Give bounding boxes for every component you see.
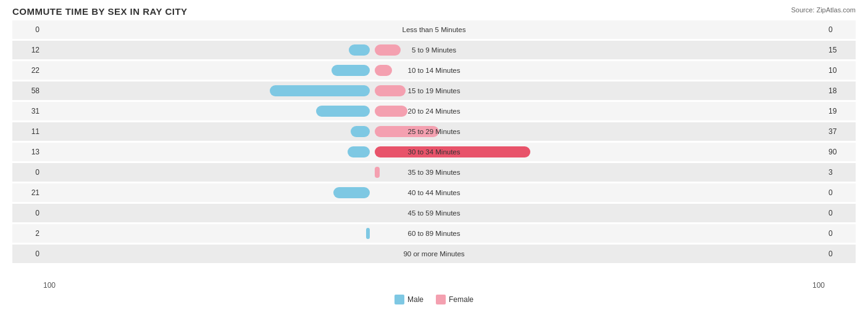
- table-row: 31 20 to 24 Minutes 19: [12, 102, 856, 120]
- bar-section: 15 to 19 Minutes: [43, 82, 825, 100]
- legend-male-box: [394, 295, 404, 304]
- female-value: 0: [825, 188, 856, 197]
- bar-section: 60 to 89 Minutes: [43, 224, 825, 243]
- male-value: 12: [12, 46, 43, 54]
- right-bars: [372, 64, 701, 77]
- left-bars: [43, 84, 372, 98]
- table-row: 2 60 to 89 Minutes 0: [12, 224, 856, 243]
- female-value: 10: [825, 66, 856, 75]
- male-value: 58: [12, 86, 43, 95]
- right-bars: [372, 227, 701, 240]
- female-bar: [375, 146, 530, 157]
- right-bars: [372, 104, 701, 118]
- left-bars: [43, 64, 372, 77]
- bar-section: 5 to 9 Minutes: [43, 41, 825, 59]
- legend: Male Female: [12, 295, 856, 304]
- male-value: 22: [12, 66, 43, 75]
- table-row: 13 30 to 34 Minutes 90: [12, 143, 856, 161]
- male-bar: [332, 65, 370, 76]
- female-bar: [375, 65, 392, 76]
- table-row: 0 90 or more Minutes 0: [12, 245, 856, 263]
- right-bars: [372, 145, 701, 159]
- bar-section: 20 to 24 Minutes: [43, 102, 825, 120]
- male-bar: [333, 187, 370, 198]
- bars-container: 90 or more Minutes: [43, 247, 825, 261]
- female-bar: [375, 126, 439, 137]
- female-value: 37: [825, 127, 856, 136]
- right-bars: [372, 186, 701, 199]
- female-bar: [375, 85, 406, 96]
- table-row: 58 15 to 19 Minutes 18: [12, 82, 856, 100]
- left-bars: [43, 23, 372, 36]
- male-value: 31: [12, 107, 43, 115]
- male-value: 11: [12, 127, 43, 136]
- left-bars: [43, 125, 372, 138]
- right-bars: [372, 23, 701, 36]
- female-value: 0: [825, 209, 856, 217]
- right-bars: [372, 206, 701, 220]
- legend-male: Male: [394, 295, 424, 304]
- left-bars: [43, 247, 372, 261]
- bottom-right-label: 100: [812, 281, 825, 290]
- left-bars: [43, 104, 372, 118]
- bars-container: 60 to 89 Minutes: [43, 227, 825, 240]
- male-value: 13: [12, 148, 43, 156]
- female-value: 0: [825, 250, 856, 258]
- male-value: 2: [12, 229, 43, 238]
- bar-section: 25 to 29 Minutes: [43, 122, 825, 141]
- bars-container: 25 to 29 Minutes: [43, 125, 825, 138]
- legend-female: Female: [436, 295, 474, 304]
- legend-male-label: Male: [407, 295, 424, 304]
- female-value: 15: [825, 46, 856, 54]
- male-bar: [270, 85, 370, 96]
- female-bar: [375, 167, 380, 178]
- left-bars: [43, 145, 372, 159]
- legend-female-label: Female: [449, 295, 474, 304]
- bars-container: 5 to 9 Minutes: [43, 43, 825, 57]
- right-bars: [372, 166, 701, 179]
- bar-section: 30 to 34 Minutes: [43, 143, 825, 161]
- male-bar: [349, 44, 370, 56]
- right-bars: [372, 125, 701, 138]
- left-bars: [43, 43, 372, 57]
- female-value: 0: [825, 25, 856, 34]
- bars-container: 20 to 24 Minutes: [43, 104, 825, 118]
- left-bars: [43, 227, 372, 240]
- table-row: 21 40 to 44 Minutes 0: [12, 183, 856, 202]
- female-value: 3: [825, 168, 856, 177]
- bars-container: 15 to 19 Minutes: [43, 84, 825, 98]
- female-bar: [375, 44, 401, 56]
- right-bars: [372, 43, 701, 57]
- bars-container: Less than 5 Minutes: [43, 23, 825, 36]
- male-bar: [316, 106, 370, 117]
- male-value: 0: [12, 250, 43, 258]
- table-row: 11 25 to 29 Minutes 37: [12, 122, 856, 141]
- source-label: Source: ZipAtlas.com: [791, 6, 856, 14]
- chart-area: 0 Less than 5 Minutes 0 12: [12, 20, 856, 280]
- male-value: 21: [12, 188, 43, 197]
- table-row: 0 35 to 39 Minutes 3: [12, 163, 856, 182]
- bar-section: 40 to 44 Minutes: [43, 183, 825, 202]
- male-bar: [348, 146, 370, 157]
- bar-section: 90 or more Minutes: [43, 245, 825, 263]
- bar-section: 35 to 39 Minutes: [43, 163, 825, 182]
- table-row: 0 Less than 5 Minutes 0: [12, 20, 856, 39]
- male-bar: [351, 126, 370, 137]
- bars-container: 40 to 44 Minutes: [43, 186, 825, 199]
- female-value: 18: [825, 86, 856, 95]
- bar-section: 10 to 14 Minutes: [43, 61, 825, 80]
- bars-container: 35 to 39 Minutes: [43, 166, 825, 179]
- bar-section: 45 to 59 Minutes: [43, 204, 825, 222]
- right-bars: [372, 84, 701, 98]
- male-value: 0: [12, 209, 43, 217]
- male-bar: [366, 228, 370, 239]
- bars-container: 30 to 34 Minutes: [43, 145, 825, 159]
- table-row: 0 45 to 59 Minutes 0: [12, 204, 856, 222]
- table-row: 12 5 to 9 Minutes 15: [12, 41, 856, 59]
- chart-title: COMMUTE TIME BY SEX IN RAY CITY: [12, 6, 856, 17]
- female-bar: [375, 106, 407, 117]
- male-value: 0: [12, 168, 43, 177]
- bottom-left-label: 100: [43, 281, 56, 290]
- right-bars: [372, 247, 701, 261]
- female-value: 19: [825, 107, 856, 115]
